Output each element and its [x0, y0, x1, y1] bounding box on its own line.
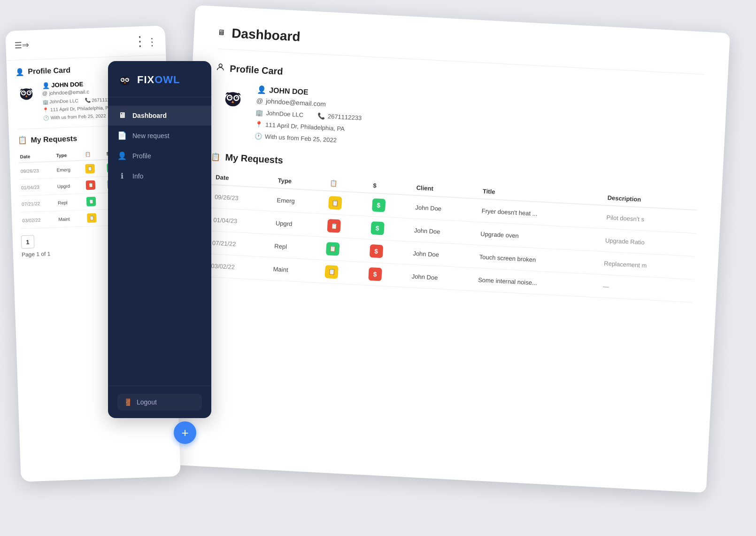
svg-point-0 [219, 64, 222, 67]
cell-doc: 📋 [319, 260, 363, 285]
mobile-user-name: 👤 JOHN DOE [42, 79, 110, 89]
svg-point-24 [127, 79, 128, 80]
doc-badge: 📋 [325, 265, 339, 279]
cell-doc: 📋 [323, 191, 367, 216]
profile-label: Profile [132, 152, 151, 160]
page-number-btn[interactable]: 1 [21, 235, 35, 249]
cell-dollar: $ [364, 216, 409, 241]
mob-doc-badge: 📋 [86, 180, 96, 190]
fab-plus-icon: + [181, 426, 188, 440]
desktop-card: Dashboard Profile Card [171, 5, 730, 493]
cell-type: Emerg [270, 188, 324, 214]
fab-button[interactable]: + [174, 421, 196, 444]
user-name-desktop: JOHN DOE [269, 86, 309, 96]
person-icon-mobile: 👤 [42, 82, 50, 89]
cell-client: John Doe [407, 241, 474, 268]
sidebar-nav-list: 🖥 Dashboard 📄 New request 👤 Profile ℹ In… [108, 97, 211, 386]
address-item: 📍 111 April Dr, Philadelphia, PA [255, 121, 361, 133]
mobile-phone: 📞 2671112 [85, 97, 110, 103]
mobile-requests-title: My Requests [31, 134, 77, 144]
sidebar-item-dashboard[interactable]: 🖥 Dashboard [108, 106, 211, 125]
doc-badge: 📋 [328, 196, 342, 210]
owl-logo-desktop [218, 83, 248, 113]
cell-dollar: $ [366, 193, 410, 218]
mob-cell-doc: 📋 [85, 193, 107, 210]
mobile-address: 📍 111 April Dr, Philadelphia, PA [43, 105, 111, 112]
logout-icon: 🚪 [124, 398, 132, 406]
cell-doc: 📋 [320, 237, 365, 262]
mob-cell-type: Repl [55, 194, 85, 211]
cell-doc: 📋 [321, 214, 366, 239]
company-item: 🏢 JohnDoe LLC [255, 109, 303, 118]
mob-cell-type: Upgrd [55, 177, 85, 194]
new-request-label: New request [132, 132, 170, 140]
mob-col-date: Date [18, 150, 54, 163]
dashboard-icon: 🖥 [117, 111, 127, 120]
desktop-title: Dashboard [231, 26, 301, 45]
cell-desc: — [597, 274, 694, 303]
mobile-since: 🕐 With us from Feb 25, 2022 [43, 113, 112, 120]
sidebar-nav: FIX OWL 🖥 Dashboard 📄 New request 👤 Prof… [108, 61, 211, 418]
at-icon-mobile: @ [42, 90, 47, 96]
cell-client: John Doe [406, 264, 473, 291]
profile-meta-desktop: 🏢 JohnDoe LLC 📞 2671112233 [255, 109, 362, 122]
dollar-badge: $ [370, 221, 384, 235]
new-request-icon: 📄 [117, 131, 127, 140]
clock-icon-mobile: 🕐 [43, 115, 49, 120]
cell-dollar: $ [362, 262, 407, 287]
cell-dollar: $ [363, 239, 408, 264]
svg-point-23 [123, 79, 123, 80]
requests-icon-mobile: 📋 [17, 136, 27, 145]
dashboard-label: Dashboard [132, 112, 167, 119]
sidebar-logo-area: FIX OWL [108, 61, 211, 97]
fixowl-logo: FIX OWL [116, 71, 203, 88]
requests-icon-desktop: 📋 [211, 152, 221, 162]
dollar-badge: $ [368, 267, 382, 281]
mob-cell-type: Emerg [54, 161, 84, 179]
cell-type: Upgrd [270, 211, 323, 237]
logo-fix: FIX [137, 74, 154, 86]
info-label: Info [132, 172, 143, 180]
cell-date: 09/26/23 [208, 185, 272, 211]
monitor-icon [217, 28, 225, 37]
cell-client: John Doe [409, 195, 477, 222]
mob-cell-doc: 📋 [85, 209, 107, 226]
phone-item: 📞 2671112233 [317, 112, 362, 122]
mob-doc-badge: 📋 [86, 197, 96, 207]
mob-cell-doc: 📋 [83, 160, 105, 177]
cell-date: 01/04/23 [207, 208, 270, 234]
requests-table-desktop: Date Type 📋 $ Client Title Description 0… [205, 170, 698, 303]
sidebar-item-profile[interactable]: 👤 Profile [108, 146, 211, 166]
mob-cell-date: 07/21/22 [20, 194, 56, 212]
mobile-meta: 🏢 JohnDoe LLC 📞 2671112 [42, 97, 111, 104]
person-icon-desktop: 👤 [257, 85, 267, 94]
sidebar-item-new-request[interactable]: 📄 New request [108, 125, 211, 146]
profile-card-icon [216, 62, 225, 74]
menu-icon[interactable]: ⇒ [14, 40, 29, 51]
logout-button[interactable]: 🚪 Logout [117, 394, 202, 411]
profile-info-desktop: 👤 JOHN DOE @ johndoe@email.com 🏢 JohnDoe… [255, 85, 363, 145]
pin-icon: 📍 [255, 121, 263, 128]
since-item: 🕐 With us from Feb 25, 2022 [255, 132, 361, 145]
clock-icon: 🕐 [255, 132, 262, 140]
pin-icon-mobile: 📍 [43, 107, 48, 112]
user-email-desktop: johndoe@email.com [266, 97, 326, 108]
doc-badge: 📋 [326, 242, 339, 256]
cell-type: Repl [268, 234, 321, 260]
mobile-header: ⇒ ⋮ [5, 25, 166, 61]
dollar-badge: $ [372, 198, 386, 212]
more-icon[interactable]: ⋮ [133, 32, 157, 49]
profile-section-title: Profile Card [230, 63, 283, 77]
logout-label: Logout [137, 398, 157, 406]
mob-cell-date: 09/26/23 [18, 162, 55, 179]
requests-section-title-desktop: My Requests [225, 152, 283, 166]
logo-owl: OWL [154, 74, 180, 86]
info-icon: ℹ [117, 171, 127, 180]
cell-date: 07/21/22 [206, 231, 270, 257]
sidebar-item-info[interactable]: ℹ Info [108, 166, 211, 186]
profile-icon: 👤 [117, 151, 127, 160]
cell-client: John Doe [408, 218, 476, 245]
dollar-badge: $ [369, 244, 383, 258]
at-icon-desktop: @ [256, 97, 263, 105]
phone-icon: 📞 [317, 112, 325, 120]
